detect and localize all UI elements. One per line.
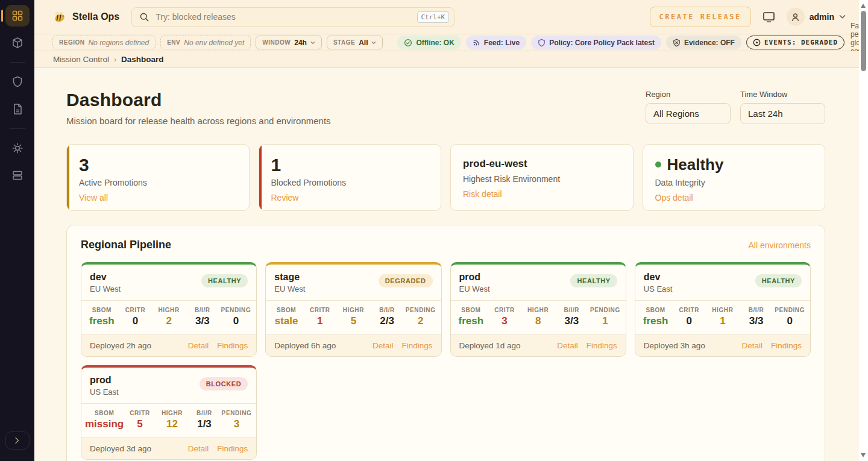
page-scrollbar[interactable] <box>859 0 868 461</box>
monitor-icon <box>762 10 776 24</box>
pipeline-card-stats: SBOMstaleCRITR1HIGHR5B/I/R2/3PENDING2 <box>266 300 441 335</box>
stat-label: SBOM <box>85 307 119 313</box>
pipeline-card-titles: prodEU West <box>459 272 490 293</box>
search-shortcut-badge: Ctrl+K <box>417 11 450 23</box>
detail-link[interactable]: Detail <box>557 341 578 350</box>
findings-link[interactable]: Findings <box>587 341 617 350</box>
stat-value: stale <box>269 315 303 327</box>
region-filter-select[interactable]: All Regions <box>646 103 731 124</box>
user-menu[interactable]: admin <box>787 8 846 26</box>
stat-value: fresh <box>639 315 673 327</box>
summary-card-link[interactable]: Review <box>271 193 299 202</box>
app-logo[interactable]: Stella Ops <box>52 10 119 24</box>
stage-context-dropdown[interactable]: STAGE All <box>327 36 383 49</box>
pipeline-card-header: devUS EastHEALTHY <box>635 265 810 300</box>
detail-link[interactable]: Detail <box>741 341 763 350</box>
stat-label: HIGHR <box>521 307 555 313</box>
stat-value: 0 <box>672 315 706 327</box>
summary-card-link[interactable]: View all <box>79 193 108 202</box>
detail-link[interactable]: Detail <box>188 444 209 453</box>
status-badge: BLOCKED <box>200 377 248 390</box>
window-context-dropdown[interactable]: WINDOW 24h <box>256 36 322 49</box>
stat-value: 0 <box>219 315 253 327</box>
stat-column: SBOMfresh <box>639 307 673 327</box>
pipeline-card-footer: Deployed 6h agoDetailFindings <box>266 335 441 356</box>
stat-value: 3/3 <box>740 315 773 327</box>
stat-value: 2/3 <box>370 315 404 327</box>
policy-status-pill[interactable]: Policy: Core Policy Pack latest <box>531 36 661 49</box>
stat-label: SBOM <box>269 307 303 313</box>
stat-label: CRITR <box>124 410 156 416</box>
summary-card-link[interactable]: Risk detail <box>463 189 502 199</box>
stat-column: PENDING0 <box>773 307 807 327</box>
stat-column: CRITR5 <box>124 410 156 430</box>
offline-status-text: Offline: OK <box>416 39 454 47</box>
stat-column: B/I/R3/3 <box>740 307 773 327</box>
breadcrumb-current: Dashboard <box>121 55 164 64</box>
stat-column: B/I/R2/3 <box>370 307 404 327</box>
all-environments-link[interactable]: All environments <box>749 240 811 250</box>
sidebar-divider <box>10 128 25 129</box>
stat-label: B/I/R <box>740 307 773 313</box>
breadcrumb-parent-link[interactable]: Mission Control <box>53 55 109 64</box>
findings-link[interactable]: Findings <box>217 444 248 453</box>
pipeline-card-links: DetailFindings <box>188 341 248 350</box>
sidebar-item-dashboard[interactable] <box>5 5 30 27</box>
stat-value: 0 <box>773 315 807 327</box>
summary-card-link[interactable]: Ops detail <box>655 193 693 202</box>
feed-status-pill[interactable]: Feed: Live <box>466 36 526 49</box>
sidebar-item-releases[interactable] <box>5 32 30 54</box>
pipeline-env-card: devUS EastHEALTHYSBOMfreshCRITR0HIGHR1B/… <box>635 262 811 357</box>
env-pill-value: No env defined yet <box>184 39 244 47</box>
scrollbar-down-arrow-icon[interactable] <box>861 453 866 457</box>
sidebar-expand-button[interactable] <box>5 431 30 450</box>
summary-card-value: 1 <box>271 155 429 175</box>
stat-label: CRITR <box>672 307 706 313</box>
environment-region: EU West <box>90 284 121 293</box>
offline-status-pill[interactable]: Offline: OK <box>397 36 461 49</box>
sidebar-item-security[interactable] <box>5 71 30 93</box>
stat-label: PENDING <box>219 307 253 313</box>
time-window-filter-select[interactable]: Last 24h <box>740 103 825 124</box>
region-context-pill[interactable]: REGION No regions defined <box>52 36 156 49</box>
scrollbar-thumb[interactable] <box>861 11 866 71</box>
search-input[interactable] <box>156 12 410 22</box>
detail-link[interactable]: Detail <box>373 341 394 350</box>
environment-name: stage <box>274 272 305 283</box>
pipeline-card-header: stageEU WestDEGRADED <box>266 265 441 300</box>
stat-column: PENDING2 <box>404 307 438 327</box>
create-release-button[interactable]: CREATE RELEASE <box>650 7 751 27</box>
pipeline-card-titles: devUS East <box>644 272 673 293</box>
findings-link[interactable]: Findings <box>771 341 802 350</box>
findings-link[interactable]: Findings <box>401 341 432 350</box>
global-search[interactable]: Ctrl+K <box>131 7 454 27</box>
evidence-status-pill[interactable]: Evidence: OFF <box>666 36 741 49</box>
stat-value: 5 <box>337 315 371 327</box>
summary-card: 3Active PromotionsView all <box>66 144 250 211</box>
stat-value: fresh <box>85 315 119 327</box>
pipeline-card-stats: SBOMfreshCRITR0HIGHR1B/I/R3/3PENDING0 <box>635 300 810 335</box>
scrollbar-up-arrow-icon[interactable] <box>861 4 866 8</box>
detail-link[interactable]: Detail <box>188 341 209 350</box>
deployed-time: Deployed 2h ago <box>90 341 151 350</box>
display-mode-button[interactable] <box>762 10 776 24</box>
findings-link[interactable]: Findings <box>217 341 248 350</box>
stat-label: SBOM <box>454 307 488 313</box>
stat-value: 1 <box>303 315 337 327</box>
env-context-pill[interactable]: ENV No env defined yet <box>160 36 251 49</box>
stat-column: B/I/R1/3 <box>188 410 221 430</box>
stat-column: SBOMfresh <box>85 307 119 327</box>
stat-label: PENDING <box>773 307 807 313</box>
shield-icon <box>11 75 24 89</box>
search-icon <box>139 12 149 22</box>
sidebar-item-infrastructure[interactable] <box>5 165 30 186</box>
events-status-pill[interactable]: EVENTS: DEGRADED <box>746 36 844 49</box>
sidebar-divider <box>10 62 25 63</box>
page-heading-group: Dashboard Mission board for release heal… <box>66 90 331 126</box>
sidebar-item-settings[interactable] <box>5 137 30 159</box>
page-subtitle: Mission board for release health across … <box>66 116 331 126</box>
summary-card-value: 3 <box>79 155 237 175</box>
sidebar-item-documents[interactable] <box>5 98 30 120</box>
stat-label: CRITR <box>488 307 521 313</box>
summary-card: HealthyData IntegrityOps detail <box>643 144 826 211</box>
